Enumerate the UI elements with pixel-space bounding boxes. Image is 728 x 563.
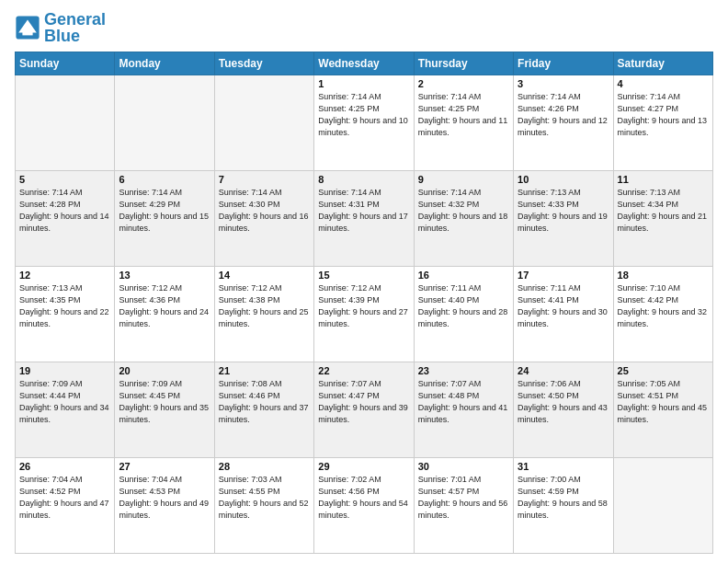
calendar-week-row: 26Sunrise: 7:04 AMSunset: 4:52 PMDayligh… (16, 458, 713, 554)
calendar-cell: 1Sunrise: 7:14 AMSunset: 4:25 PMDaylight… (314, 75, 414, 171)
col-saturday: Saturday (613, 52, 712, 75)
day-number: 16 (418, 270, 509, 281)
calendar-week-row: 12Sunrise: 7:13 AMSunset: 4:35 PMDayligh… (16, 267, 713, 362)
day-number: 9 (418, 174, 509, 185)
day-number: 26 (19, 461, 110, 472)
day-info: Sunrise: 7:14 AMSunset: 4:27 PMDaylight:… (618, 91, 709, 139)
day-number: 7 (219, 174, 310, 185)
calendar-cell: 18Sunrise: 7:10 AMSunset: 4:42 PMDayligh… (613, 267, 712, 362)
day-number: 17 (518, 270, 609, 281)
calendar-cell: 15Sunrise: 7:12 AMSunset: 4:39 PMDayligh… (314, 267, 414, 362)
logo-blue: Blue (44, 27, 80, 45)
page: General Blue Sunday Monday Tuesday Wedne… (0, 0, 728, 563)
calendar-cell: 26Sunrise: 7:04 AMSunset: 4:52 PMDayligh… (16, 458, 115, 554)
calendar-cell: 11Sunrise: 7:13 AMSunset: 4:34 PMDayligh… (613, 171, 712, 267)
day-number: 21 (219, 365, 310, 376)
day-info: Sunrise: 7:12 AMSunset: 4:36 PMDaylight:… (119, 282, 210, 330)
calendar-cell: 2Sunrise: 7:14 AMSunset: 4:25 PMDaylight… (414, 75, 513, 171)
calendar-cell: 7Sunrise: 7:14 AMSunset: 4:30 PMDaylight… (214, 171, 313, 267)
calendar-cell: 3Sunrise: 7:14 AMSunset: 4:26 PMDaylight… (514, 75, 613, 171)
day-info: Sunrise: 7:09 AMSunset: 4:45 PMDaylight:… (119, 378, 210, 426)
day-info: Sunrise: 7:14 AMSunset: 4:26 PMDaylight:… (518, 91, 609, 139)
day-number: 5 (19, 174, 110, 185)
calendar-week-row: 19Sunrise: 7:09 AMSunset: 4:44 PMDayligh… (16, 362, 713, 458)
calendar-cell: 13Sunrise: 7:12 AMSunset: 4:36 PMDayligh… (115, 267, 214, 362)
calendar-cell: 28Sunrise: 7:03 AMSunset: 4:55 PMDayligh… (214, 458, 313, 554)
day-info: Sunrise: 7:14 AMSunset: 4:29 PMDaylight:… (119, 187, 210, 235)
calendar-header-row: Sunday Monday Tuesday Wednesday Thursday… (16, 52, 713, 75)
day-number: 6 (119, 174, 210, 185)
day-number: 24 (518, 365, 609, 376)
day-info: Sunrise: 7:07 AMSunset: 4:47 PMDaylight:… (318, 378, 409, 426)
calendar-cell: 5Sunrise: 7:14 AMSunset: 4:28 PMDaylight… (16, 171, 115, 267)
day-info: Sunrise: 7:08 AMSunset: 4:46 PMDaylight:… (219, 378, 310, 426)
day-info: Sunrise: 7:01 AMSunset: 4:57 PMDaylight:… (418, 474, 509, 522)
logo-text: General Blue (44, 11, 106, 44)
day-number: 4 (618, 78, 709, 89)
day-info: Sunrise: 7:14 AMSunset: 4:25 PMDaylight:… (418, 91, 509, 139)
calendar-cell: 12Sunrise: 7:13 AMSunset: 4:35 PMDayligh… (16, 267, 115, 362)
day-number: 11 (618, 174, 709, 185)
day-info: Sunrise: 7:11 AMSunset: 4:41 PMDaylight:… (518, 282, 609, 330)
day-info: Sunrise: 7:02 AMSunset: 4:56 PMDaylight:… (318, 474, 409, 522)
day-number: 1 (318, 78, 409, 89)
day-number: 3 (518, 78, 609, 89)
day-info: Sunrise: 7:14 AMSunset: 4:28 PMDaylight:… (19, 187, 110, 235)
day-number: 30 (418, 461, 509, 472)
day-info: Sunrise: 7:12 AMSunset: 4:38 PMDaylight:… (219, 282, 310, 330)
day-info: Sunrise: 7:11 AMSunset: 4:40 PMDaylight:… (418, 282, 509, 330)
calendar-cell: 9Sunrise: 7:14 AMSunset: 4:32 PMDaylight… (414, 171, 513, 267)
col-sunday: Sunday (16, 52, 115, 75)
day-number: 23 (418, 365, 509, 376)
calendar-cell: 31Sunrise: 7:00 AMSunset: 4:59 PMDayligh… (514, 458, 613, 554)
day-info: Sunrise: 7:07 AMSunset: 4:48 PMDaylight:… (418, 378, 509, 426)
day-number: 19 (19, 365, 110, 376)
calendar-cell: 20Sunrise: 7:09 AMSunset: 4:45 PMDayligh… (115, 362, 214, 458)
calendar-cell: 19Sunrise: 7:09 AMSunset: 4:44 PMDayligh… (16, 362, 115, 458)
calendar-cell (16, 75, 115, 171)
day-number: 12 (19, 270, 110, 281)
calendar-cell: 14Sunrise: 7:12 AMSunset: 4:38 PMDayligh… (214, 267, 313, 362)
calendar-week-row: 1Sunrise: 7:14 AMSunset: 4:25 PMDaylight… (16, 75, 713, 171)
calendar-cell: 24Sunrise: 7:06 AMSunset: 4:50 PMDayligh… (514, 362, 613, 458)
day-info: Sunrise: 7:14 AMSunset: 4:31 PMDaylight:… (318, 187, 409, 235)
day-number: 2 (418, 78, 509, 89)
calendar-cell: 30Sunrise: 7:01 AMSunset: 4:57 PMDayligh… (414, 458, 513, 554)
day-info: Sunrise: 7:14 AMSunset: 4:30 PMDaylight:… (219, 187, 310, 235)
day-info: Sunrise: 7:13 AMSunset: 4:35 PMDaylight:… (19, 282, 110, 330)
calendar-cell: 17Sunrise: 7:11 AMSunset: 4:41 PMDayligh… (514, 267, 613, 362)
day-number: 31 (518, 461, 609, 472)
day-info: Sunrise: 7:14 AMSunset: 4:32 PMDaylight:… (418, 187, 509, 235)
day-info: Sunrise: 7:00 AMSunset: 4:59 PMDaylight:… (518, 474, 609, 522)
day-number: 14 (219, 270, 310, 281)
day-number: 13 (119, 270, 210, 281)
day-info: Sunrise: 7:10 AMSunset: 4:42 PMDaylight:… (618, 282, 709, 330)
calendar-cell: 21Sunrise: 7:08 AMSunset: 4:46 PMDayligh… (214, 362, 313, 458)
day-number: 29 (318, 461, 409, 472)
day-info: Sunrise: 7:04 AMSunset: 4:53 PMDaylight:… (119, 474, 210, 522)
day-info: Sunrise: 7:06 AMSunset: 4:50 PMDaylight:… (518, 378, 609, 426)
calendar-week-row: 5Sunrise: 7:14 AMSunset: 4:28 PMDaylight… (16, 171, 713, 267)
logo: General Blue (15, 11, 106, 44)
svg-rect-2 (22, 30, 32, 36)
col-friday: Friday (514, 52, 613, 75)
calendar-cell (214, 75, 313, 171)
calendar-cell (613, 458, 712, 554)
logo-general: General (44, 10, 106, 29)
day-number: 22 (318, 365, 409, 376)
day-number: 10 (518, 174, 609, 185)
calendar-cell: 23Sunrise: 7:07 AMSunset: 4:48 PMDayligh… (414, 362, 513, 458)
calendar-cell (115, 75, 214, 171)
calendar-cell: 4Sunrise: 7:14 AMSunset: 4:27 PMDaylight… (613, 75, 712, 171)
day-info: Sunrise: 7:05 AMSunset: 4:51 PMDaylight:… (618, 378, 709, 426)
day-number: 15 (318, 270, 409, 281)
header: General Blue (15, 11, 713, 44)
col-wednesday: Wednesday (314, 52, 414, 75)
calendar-cell: 29Sunrise: 7:02 AMSunset: 4:56 PMDayligh… (314, 458, 414, 554)
col-monday: Monday (115, 52, 214, 75)
day-info: Sunrise: 7:04 AMSunset: 4:52 PMDaylight:… (19, 474, 110, 522)
day-info: Sunrise: 7:13 AMSunset: 4:33 PMDaylight:… (518, 187, 609, 235)
col-tuesday: Tuesday (214, 52, 313, 75)
day-number: 27 (119, 461, 210, 472)
calendar-cell: 25Sunrise: 7:05 AMSunset: 4:51 PMDayligh… (613, 362, 712, 458)
